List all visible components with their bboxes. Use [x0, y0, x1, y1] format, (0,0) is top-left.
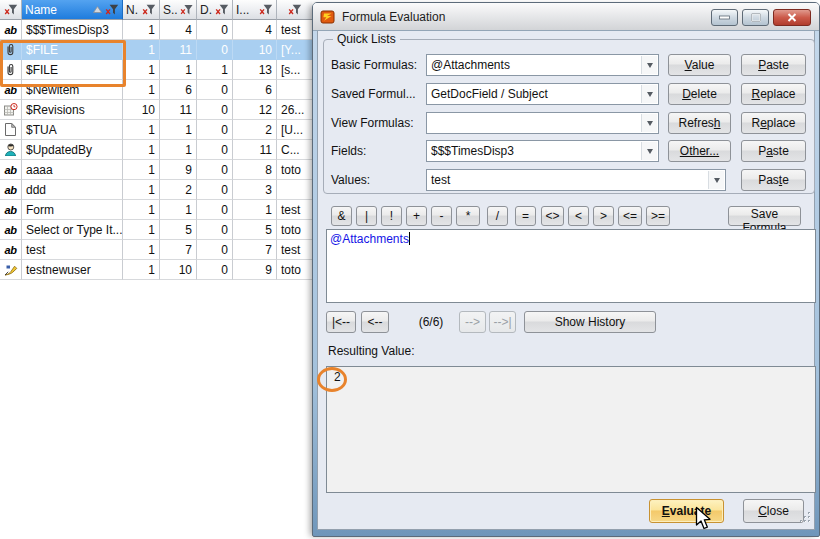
fields-table: Name N. S.. D. I... ab $$$TimesDisp3 [0, 0, 312, 280]
column-header-type[interactable] [0, 0, 22, 20]
column-header-i[interactable]: I... [233, 0, 277, 20]
cell-n: 1 [123, 40, 160, 60]
operator-divide-button[interactable]: / [487, 206, 508, 226]
filter-icon[interactable] [215, 4, 229, 16]
resize-grip-icon[interactable] [799, 511, 812, 527]
cell-s: 1 [160, 200, 197, 220]
table-row[interactable]: ab Select or Type It... 1 5 0 5 toto [0, 220, 312, 240]
table-row[interactable]: ab ddd 1 2 0 3 [0, 180, 312, 200]
table-row[interactable]: $UpdatedBy 1 1 0 11 C... [0, 140, 312, 160]
table-row[interactable]: $FILE 1 1 1 13 [s... [0, 60, 312, 80]
cell-n: 1 [123, 240, 160, 260]
cell-value: toto [277, 160, 312, 180]
cell-s: 7 [160, 240, 197, 260]
view-formulas-combobox[interactable] [426, 112, 659, 134]
operator-minus-button[interactable]: - [431, 206, 452, 226]
cell-value: C... [277, 140, 312, 160]
text-caret [409, 232, 410, 245]
view-formulas-label: View Formulas: [331, 112, 413, 134]
operator-greater-equal-button[interactable]: >= [646, 206, 670, 226]
column-header-value[interactable] [277, 0, 312, 20]
replace-view-button[interactable]: Replace [741, 112, 806, 134]
values-combobox[interactable]: test [426, 169, 726, 191]
combobox-value: GetDocField / Subject [427, 87, 641, 101]
history-next-button: --> [459, 311, 486, 333]
close-window-button[interactable] [773, 9, 811, 26]
filter-icon[interactable] [142, 4, 156, 16]
maximize-icon [751, 13, 761, 22]
paste-fields-button[interactable]: Paste [741, 140, 806, 162]
operator-multiply-button[interactable]: * [456, 206, 480, 226]
other-button[interactable]: Other... [668, 140, 731, 162]
table-row[interactable]: $TUA 1 1 0 2 [U... [0, 120, 312, 140]
basic-formulas-combobox[interactable]: @Attachments [426, 54, 659, 76]
table-row[interactable]: ab $Newitem 1 6 0 6 [0, 80, 312, 100]
cell-s: 1 [160, 60, 197, 80]
evaluate-button[interactable]: Evaluate [649, 499, 724, 523]
operator-amp-button[interactable]: & [331, 206, 352, 226]
operator-less-than-button[interactable]: < [568, 206, 589, 226]
table-row[interactable]: ab $$$TimesDisp3 1 4 0 4 test [0, 20, 312, 40]
operator-not-button[interactable]: ! [381, 206, 402, 226]
cell-value: [U... [277, 120, 312, 140]
cell-n: 1 [123, 80, 160, 100]
maximize-button[interactable] [742, 9, 769, 26]
filter-icon[interactable] [105, 4, 119, 16]
history-prev-button[interactable]: <-- [361, 311, 389, 333]
cell-n: 1 [123, 60, 160, 80]
operator-not-equal-button[interactable]: <> [541, 206, 564, 226]
cell-n: 1 [123, 20, 160, 40]
save-formula-button[interactable]: Save Formula [728, 206, 801, 226]
paste-values-button[interactable]: Paste [741, 169, 806, 191]
filter-icon[interactable] [288, 4, 302, 16]
table-row[interactable]: ab test 1 7 0 7 test [0, 240, 312, 260]
values-label: Values: [331, 169, 370, 191]
filter-icon[interactable] [180, 4, 193, 16]
operator-equals-button[interactable]: = [515, 206, 536, 226]
chevron-down-icon[interactable] [641, 85, 657, 103]
operator-greater-than-button[interactable]: > [593, 206, 614, 226]
field-name: $Revisions [22, 100, 123, 120]
paste-basic-button[interactable]: Paste [741, 54, 806, 76]
column-header-name[interactable]: Name [22, 0, 123, 20]
table-row[interactable]: ab aaaa 1 9 0 8 toto [0, 160, 312, 180]
refresh-button[interactable]: Refresh [668, 112, 731, 134]
cell-i: 2 [233, 120, 277, 140]
history-first-button[interactable]: |<-- [326, 311, 356, 333]
column-header-n[interactable]: N. [123, 0, 160, 20]
table-row[interactable]: ab Form 1 1 0 1 test [0, 200, 312, 220]
operator-plus-button[interactable]: + [406, 206, 427, 226]
cell-n: 1 [123, 220, 160, 240]
formula-editor[interactable]: @Attachments [326, 229, 816, 303]
operator-pipe-button[interactable]: | [356, 206, 377, 226]
column-header-label: N. [126, 3, 138, 17]
show-history-button[interactable]: Show History [524, 311, 656, 333]
chevron-down-icon[interactable] [641, 142, 657, 160]
cell-s: 5 [160, 220, 197, 240]
app-icon [320, 9, 336, 25]
cell-i: 10 [233, 40, 277, 60]
cell-n: 1 [123, 160, 160, 180]
table-row[interactable]: testnewuser 1 10 0 9 toto [0, 260, 312, 280]
filter-icon[interactable] [4, 4, 18, 16]
chevron-down-icon[interactable] [641, 114, 657, 132]
filter-icon[interactable] [259, 4, 273, 16]
chevron-down-icon[interactable] [641, 56, 657, 74]
fields-combobox[interactable]: $$$TimesDisp3 [426, 140, 659, 162]
chevron-down-icon[interactable] [708, 171, 724, 189]
saved-formulas-combobox[interactable]: GetDocField / Subject [426, 83, 659, 105]
minimize-button[interactable] [711, 9, 738, 26]
field-name: Select or Type It... [22, 220, 123, 240]
table-row[interactable]: $Revisions 10 11 0 12 26... [0, 100, 312, 120]
cell-d: 0 [197, 180, 233, 200]
value-button[interactable]: Value [668, 54, 731, 76]
operator-less-equal-button[interactable]: <= [618, 206, 642, 226]
replace-saved-button[interactable]: Replace [741, 83, 806, 105]
column-header-s[interactable]: S.. [160, 0, 197, 20]
close-button[interactable]: Close [743, 499, 804, 523]
column-header-d[interactable]: D. [197, 0, 233, 20]
cell-value: test [277, 20, 312, 40]
cell-n: 1 [123, 260, 160, 280]
delete-button[interactable]: Delete [668, 83, 731, 105]
table-row-selected[interactable]: $FILE 1 11 0 10 [Y... [0, 40, 312, 60]
